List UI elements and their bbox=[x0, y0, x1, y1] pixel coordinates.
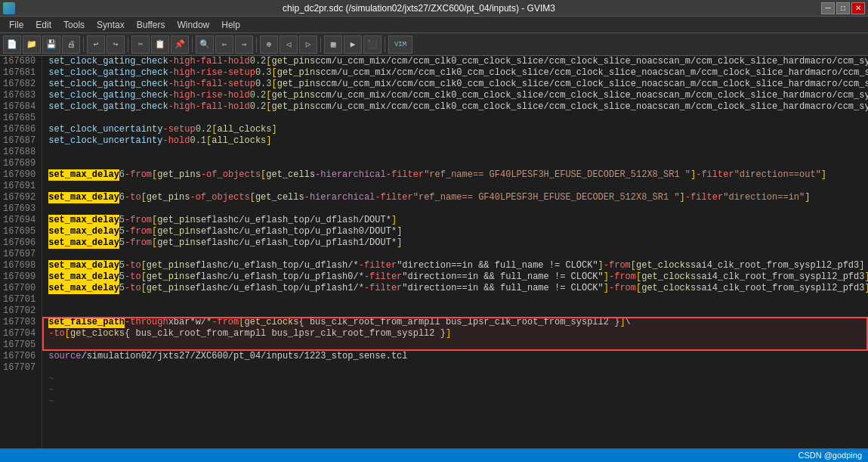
code-line: set_clock_gating_check -high -fall -hold… bbox=[48, 56, 868, 67]
line-number: 167680 bbox=[3, 56, 36, 67]
tb-open[interactable]: 📁 bbox=[23, 36, 41, 54]
code-line bbox=[48, 249, 868, 260]
status-text: CSDN @godping bbox=[798, 451, 862, 460]
code-line: set_false_path -through xbar*w/* -from [… bbox=[48, 317, 868, 328]
line-number: 167694 bbox=[3, 215, 36, 226]
title-text: chip_dc2pr.sdc (/simulation02/jxts27/ZXC… bbox=[18, 3, 820, 14]
code-line: source /simulation02/jxts27/ZXC600/pt_04… bbox=[48, 351, 868, 362]
menu-help[interactable]: Help bbox=[215, 18, 246, 32]
code-line: -to [get_clocks { bus_clk_root_from_armp… bbox=[48, 328, 868, 340]
code-line: set_max_delay 5 -from [get_pins eflashc/… bbox=[48, 226, 868, 237]
line-number: 167706 bbox=[3, 351, 36, 362]
code-line bbox=[48, 181, 868, 192]
line-number: 167707 bbox=[3, 362, 36, 374]
code-line: ~ bbox=[48, 396, 868, 408]
code-line: set_clock_gating_check -high -rise -hold… bbox=[48, 90, 868, 101]
code-line: set_max_delay 5 -to [get_pins eflashc/u_… bbox=[48, 271, 868, 283]
menu-buffers[interactable]: Buffers bbox=[131, 18, 171, 32]
code-line bbox=[48, 305, 868, 317]
code-line bbox=[48, 340, 868, 351]
code-line: set_max_delay 5 -from [get_pins eflashc/… bbox=[48, 237, 868, 249]
menu-edit[interactable]: Edit bbox=[29, 18, 57, 32]
close-button[interactable]: ✕ bbox=[851, 2, 865, 14]
code-content[interactable]: set_clock_gating_check -high -fall -hold… bbox=[42, 56, 868, 448]
tb-new[interactable]: 📄 bbox=[3, 36, 21, 54]
code-line: set_clock_gating_check -high -fall -hold… bbox=[48, 101, 868, 113]
tb-run[interactable]: ▶ bbox=[344, 36, 362, 54]
line-number bbox=[3, 385, 36, 396]
line-number: 167685 bbox=[3, 113, 36, 124]
code-line: set_clock_gating_check -high -fall -setu… bbox=[48, 79, 868, 90]
line-number: 167701 bbox=[3, 294, 36, 305]
tb-save[interactable]: 💾 bbox=[42, 36, 60, 54]
line-number: 167704 bbox=[3, 328, 36, 340]
editor: 1676801676811676821676831676841676851676… bbox=[0, 56, 868, 448]
line-number: 167682 bbox=[3, 79, 36, 90]
line-number: 167697 bbox=[3, 249, 36, 260]
line-number bbox=[3, 396, 36, 408]
title-bar: chip_dc2pr.sdc (/simulation02/jxts27/ZXC… bbox=[0, 0, 868, 17]
line-number: 167687 bbox=[3, 135, 36, 147]
tb-btn2[interactable]: ◁ bbox=[280, 36, 298, 54]
tb-copy[interactable]: 📋 bbox=[151, 36, 169, 54]
tb-redo[interactable]: ↪ bbox=[107, 36, 125, 54]
line-number: 167703 bbox=[3, 317, 36, 328]
toolbar: 📄 📁 💾 🖨 ↩ ↪ ✂ 📋 📌 🔍 ⇐ ⇒ ⊕ ◁ ▷ ▦ ▶ ⬛ VIM bbox=[0, 33, 868, 56]
code-line bbox=[48, 158, 868, 169]
line-number: 167695 bbox=[3, 226, 36, 237]
line-number: 167681 bbox=[3, 67, 36, 79]
app-icon bbox=[3, 2, 15, 14]
tb-search2[interactable]: ⇐ bbox=[215, 36, 233, 54]
code-line: set_max_delay 6 -to [get_pins -of_object… bbox=[48, 192, 868, 203]
tb-btn1[interactable]: ⊕ bbox=[260, 36, 278, 54]
code-line bbox=[48, 147, 868, 158]
line-number: 167702 bbox=[3, 305, 36, 317]
line-number: 167699 bbox=[3, 271, 36, 283]
line-number: 167692 bbox=[3, 192, 36, 203]
line-number: 167691 bbox=[3, 181, 36, 192]
code-line: set_max_delay 5 -to [get_pins eflashc/u_… bbox=[48, 260, 868, 271]
line-number: 167705 bbox=[3, 340, 36, 351]
menu-syntax[interactable]: Syntax bbox=[91, 18, 131, 32]
code-line: ~ bbox=[48, 385, 868, 396]
code-line bbox=[48, 362, 868, 374]
code-line: set_clock_uncertainty -hold 0.1 [all_clo… bbox=[48, 135, 868, 147]
tb-btn3[interactable]: ▷ bbox=[299, 36, 317, 54]
line-number: 167684 bbox=[3, 101, 36, 113]
code-line bbox=[48, 294, 868, 305]
code-line: set_max_delay 5 -from [get_pins eflashc/… bbox=[48, 215, 868, 226]
tb-stop[interactable]: ⬛ bbox=[363, 36, 381, 54]
tb-cut[interactable]: ✂ bbox=[131, 36, 150, 54]
line-number: 167700 bbox=[3, 283, 36, 294]
line-number bbox=[3, 374, 36, 385]
menu-file[interactable]: File bbox=[3, 18, 29, 32]
tb-print[interactable]: 🖨 bbox=[62, 36, 80, 54]
tb-replace[interactable]: ⇒ bbox=[235, 36, 253, 54]
menu-window[interactable]: Window bbox=[171, 18, 216, 32]
code-line: set_max_delay 6 -from [get_pins -of_obje… bbox=[48, 169, 868, 181]
tb-undo[interactable]: ↩ bbox=[87, 36, 105, 54]
code-line bbox=[48, 113, 868, 124]
status-bar: CSDN @godping bbox=[0, 448, 868, 462]
tb-paste[interactable]: 📌 bbox=[171, 36, 189, 54]
tb-search[interactable]: 🔍 bbox=[196, 36, 214, 54]
menu-tools[interactable]: Tools bbox=[57, 18, 91, 32]
line-numbers: 1676801676811676821676831676841676851676… bbox=[0, 56, 42, 448]
code-line: set_clock_uncertainty -setup 0.2 [all_cl… bbox=[48, 124, 868, 135]
line-number: 167683 bbox=[3, 90, 36, 101]
line-number: 167690 bbox=[3, 169, 36, 181]
tb-buf[interactable]: ▦ bbox=[324, 36, 342, 54]
line-number: 167698 bbox=[3, 260, 36, 271]
line-number: 167696 bbox=[3, 237, 36, 249]
line-number: 167689 bbox=[3, 158, 36, 169]
code-line: set_clock_gating_check -high -rise -setu… bbox=[48, 67, 868, 79]
line-number: 167688 bbox=[3, 147, 36, 158]
code-line: ~ bbox=[48, 374, 868, 385]
minimize-button[interactable]: ─ bbox=[821, 2, 835, 14]
code-line bbox=[48, 203, 868, 215]
code-line: set_max_delay 5 -to [get_pins eflashc/u_… bbox=[48, 283, 868, 294]
line-number: 167686 bbox=[3, 124, 36, 135]
maximize-button[interactable]: □ bbox=[836, 2, 850, 14]
tb-vim[interactable]: VIM bbox=[388, 36, 412, 54]
menu-bar: File Edit Tools Syntax Buffers Window He… bbox=[0, 17, 868, 33]
